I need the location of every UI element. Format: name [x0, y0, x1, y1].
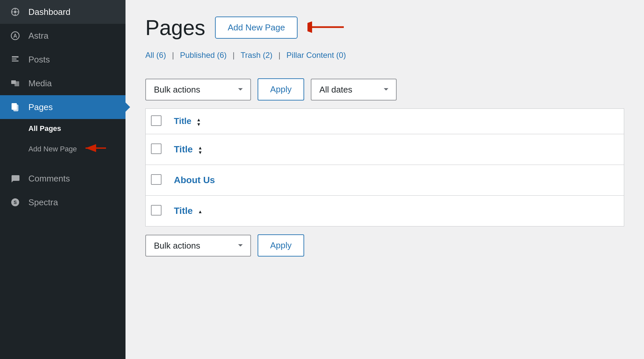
sidebar-item-label: Posts: [28, 55, 50, 65]
bottom-toolbar: Bulk actions Edit Move to Trash Apply: [145, 226, 624, 264]
row-title-cell: About Us: [169, 165, 624, 196]
bulk-actions-select-bottom[interactable]: Bulk actions Edit Move to Trash: [145, 235, 251, 257]
sidebar-item-media[interactable]: Media: [0, 71, 125, 95]
sidebar-item-astra[interactable]: A Astra: [0, 24, 125, 48]
sidebar-item-label: Spectra: [28, 197, 58, 208]
row-check-cell: [146, 134, 169, 165]
filter-links: All (6) | Published (6) | Trash (2) | Pi…: [145, 51, 624, 60]
sidebar-item-dashboard[interactable]: Dashboard: [0, 0, 125, 24]
svg-text:S: S: [14, 200, 17, 205]
row-checkbox-3[interactable]: [151, 205, 161, 216]
dashboard-icon: [9, 6, 21, 18]
main-content: Pages Add New Page All (6) | Published (…: [125, 0, 644, 359]
media-icon: [9, 77, 21, 89]
filter-trash[interactable]: Trash (2): [241, 51, 272, 60]
bulk-actions-select-top[interactable]: Bulk actions Edit Move to Trash: [145, 79, 251, 100]
sidebar-item-label: Pages: [28, 102, 53, 112]
sidebar-item-spectra[interactable]: S Spectra: [0, 190, 125, 214]
filter-all[interactable]: All (6): [145, 51, 166, 60]
sidebar-item-label: Comments: [28, 174, 70, 184]
sidebar-item-pages[interactable]: Pages: [0, 95, 125, 119]
row-title-link-3[interactable]: Title ▲: [174, 206, 203, 216]
svg-rect-9: [15, 81, 19, 86]
sort-arrows-row1: ▲ ▼: [198, 145, 202, 155]
table-row: Title ▲ ▼: [146, 134, 624, 165]
add-new-page-button[interactable]: Add New Page: [215, 17, 297, 39]
filter-pillar-content[interactable]: Pillar Content (0): [286, 51, 346, 60]
svg-rect-11: [14, 105, 18, 111]
apply-button-bottom[interactable]: Apply: [258, 234, 304, 257]
all-pages-label: All Pages: [28, 124, 61, 133]
apply-button-top[interactable]: Apply: [258, 78, 304, 100]
title-sort-link[interactable]: Title ▲ ▼: [174, 116, 201, 126]
pages-icon: [9, 101, 21, 113]
select-all-checkbox[interactable]: [151, 115, 161, 126]
sidebar-item-label: Media: [28, 78, 52, 89]
row-title-link-1[interactable]: Title ▲ ▼: [174, 144, 203, 154]
row-check-cell: [146, 196, 169, 226]
page-header: Pages Add New Page: [145, 17, 624, 39]
svg-point-1: [14, 11, 17, 13]
page-title: Pages: [145, 17, 205, 38]
spectra-icon: S: [9, 196, 21, 208]
sidebar-subitem-all-pages[interactable]: All Pages: [0, 119, 125, 138]
sort-arrows-header: ▲ ▼: [197, 117, 201, 127]
comments-icon: [9, 173, 21, 184]
header-title-col[interactable]: Title ▲ ▼: [169, 109, 624, 134]
row-title-cell: Title ▲: [169, 196, 624, 226]
row-checkbox-1[interactable]: [151, 143, 161, 154]
top-toolbar: Bulk actions Edit Move to Trash Apply Al…: [145, 70, 624, 108]
sidebar-subitem-add-new-page[interactable]: Add New Page: [0, 138, 125, 160]
table-row: About Us: [146, 165, 624, 196]
header-check-col: [146, 109, 169, 134]
row-checkbox-2[interactable]: [151, 174, 161, 185]
sidebar-item-label: Dashboard: [28, 7, 70, 17]
svg-text:A: A: [13, 33, 17, 39]
sidebar-item-posts[interactable]: Posts: [0, 48, 125, 71]
row-title-link-2[interactable]: About Us: [174, 175, 215, 185]
add-new-page-label: Add New Page: [28, 145, 77, 153]
sidebar-item-label: Astra: [28, 31, 49, 41]
posts-icon: [9, 54, 21, 65]
row-check-cell: [146, 165, 169, 196]
sidebar: Dashboard A Astra Posts Media: [0, 0, 125, 359]
pages-table: Title ▲ ▼ Title: [145, 108, 624, 226]
arrow-annotation-header: [307, 19, 350, 37]
sidebar-item-comments[interactable]: Comments: [0, 167, 125, 190]
filter-published[interactable]: Published (6): [180, 51, 227, 60]
table-row: Title ▲: [146, 196, 624, 226]
table-header: Title ▲ ▼: [146, 109, 624, 134]
astra-icon: A: [9, 30, 21, 42]
row-title-cell: Title ▲ ▼: [169, 134, 624, 165]
sort-arrows-row3: ▲: [198, 209, 202, 214]
all-dates-select[interactable]: All dates: [311, 79, 397, 100]
arrow-annotation-sidebar: [82, 143, 109, 155]
